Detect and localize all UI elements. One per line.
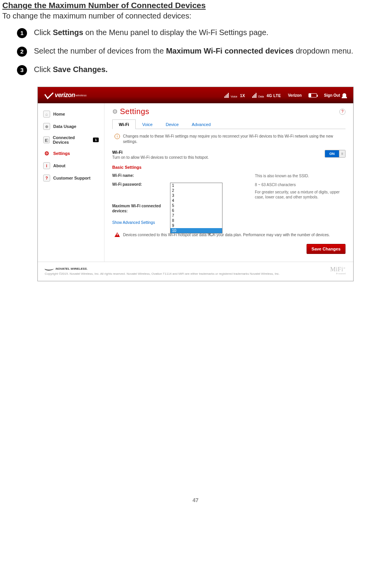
- sidebar-item-customer-support[interactable]: ? Customer Support: [41, 172, 101, 184]
- basic-settings-heading: Basic Settings: [112, 165, 345, 170]
- dropdown-option[interactable]: 8: [170, 218, 222, 223]
- help-icon: ?: [43, 175, 50, 181]
- dropdown-option[interactable]: 1: [170, 183, 222, 188]
- page-help-icon[interactable]: ?: [339, 109, 345, 115]
- wifi-password-help2: For greater security, use a mixture of d…: [255, 190, 345, 200]
- dropdown-option[interactable]: 9: [170, 223, 222, 228]
- info-icon: i: [43, 162, 50, 169]
- step-1: 1 Click Settings on the Menu panel to di…: [17, 27, 389, 38]
- mifi-text: MiFi: [330, 266, 343, 272]
- mifi-logo: MiFi® Powered: [330, 266, 345, 275]
- sidebar-item-label: Data Usage: [53, 124, 76, 129]
- step-2: 2 Select the number of devices from the …: [17, 46, 389, 57]
- signal-bars-icon: [224, 93, 229, 98]
- step3-bold: Save Changes.: [53, 65, 108, 74]
- devices-icon: ◧: [43, 136, 50, 143]
- wifi-name-help: This is also known as the SSID.: [243, 173, 345, 178]
- step-3: 3 Click Save Changes.: [17, 64, 389, 75]
- warning-text: Devices connected to this Wi-Fi hotspot …: [123, 232, 330, 238]
- person-icon: [342, 93, 346, 97]
- carrier-name: Verizon: [288, 93, 302, 97]
- step-number-icon: 3: [17, 65, 27, 75]
- steps-list: 1 Click Settings on the Menu panel to di…: [2, 27, 389, 75]
- voice-net: 1X: [240, 94, 245, 98]
- tab-wifi[interactable]: Wi-Fi: [112, 119, 136, 129]
- step2-pre: Select the number of devices from the: [34, 47, 166, 55]
- sidebar-item-label: About: [53, 163, 66, 168]
- wifi-password-label: Wi-Fi password:: [112, 182, 170, 186]
- tab-device[interactable]: Device: [159, 119, 185, 129]
- wifi-name-label: Wi-Fi name:: [112, 173, 170, 178]
- sidebar-item-settings[interactable]: ⚙ Settings: [41, 147, 101, 160]
- top-bar: verizon wireless Voice 1X Data 4G: [38, 87, 353, 103]
- data-net: 4G LTE: [266, 94, 281, 98]
- step1-pre: Click: [34, 28, 53, 37]
- dropdown-option[interactable]: 5: [170, 203, 222, 208]
- dropdown-option[interactable]: 3: [170, 193, 222, 198]
- tab-advanced[interactable]: Advanced: [185, 119, 217, 129]
- sidebar-item-data-usage[interactable]: ⊕ Data Usage: [41, 120, 101, 133]
- novatel-brand-text: NOVATEL WIRELESS.: [56, 267, 88, 270]
- step2-bold: Maximum Wi-Fi connected devices: [166, 47, 293, 55]
- wifi-toggle[interactable]: ON II: [325, 150, 345, 158]
- step1-bold: Settings: [53, 28, 83, 37]
- signal-bars-icon: [252, 93, 256, 98]
- dropdown-option[interactable]: 2: [170, 188, 222, 193]
- dropdown-option[interactable]: 6: [170, 208, 222, 213]
- sign-out-label: Sign Out: [324, 93, 340, 97]
- step2-post: dropdown menu.: [293, 47, 353, 55]
- gear-icon: ⚙: [43, 150, 50, 157]
- page-title: ⚙ Settings: [112, 107, 345, 116]
- page-title-text: Settings: [120, 107, 149, 116]
- screenshot-frame: verizon wireless Voice 1X Data 4G: [37, 87, 354, 281]
- sidebar-item-home[interactable]: ⌂ Home: [41, 108, 101, 120]
- step-number-icon: 2: [17, 47, 27, 57]
- warning-icon: [115, 232, 120, 237]
- tabs: Wi-Fi Voice Device Advanced: [112, 119, 345, 129]
- wifi-sub: Turn on to allow Wi-Fi devices to connec…: [112, 155, 209, 160]
- sidebar-item-label: Customer Support: [53, 176, 91, 180]
- step-number-icon: 1: [17, 28, 27, 38]
- sign-out-link[interactable]: Sign Out: [324, 93, 346, 97]
- mifi-powered: Powered: [330, 272, 345, 275]
- sidebar-item-label: Settings: [53, 151, 70, 156]
- brand-sub: wireless: [76, 94, 87, 97]
- voice-label: Voice: [231, 95, 237, 98]
- sidebar-item-label: Home: [53, 112, 65, 116]
- doc-subtitle: To change the maximum number of connecte…: [2, 12, 389, 20]
- data-label: Data: [258, 95, 264, 98]
- sidebar-item-connected-devices[interactable]: ◧ Connected Devices 1: [41, 133, 101, 147]
- copyright-text: Copyright ©2015. Novatel Wireless, Inc. …: [45, 272, 280, 276]
- step1-post: on the Menu panel to display the Wi-Fi S…: [83, 28, 268, 37]
- brand-text: verizon: [55, 92, 75, 99]
- dropdown-option-selected[interactable]: 10: [170, 228, 222, 233]
- verizon-logo: verizon wireless: [45, 92, 86, 99]
- info-banner: i Changes made to these Wi-Fi settings m…: [112, 134, 345, 144]
- voice-signal: Voice 1X: [224, 93, 245, 98]
- sidebar-item-about[interactable]: i About: [41, 160, 101, 172]
- save-changes-button[interactable]: Save Changes: [307, 244, 345, 254]
- tab-voice[interactable]: Voice: [136, 119, 159, 129]
- main-content: ? ⚙ Settings Wi-Fi Voice Device Advanced…: [104, 103, 353, 262]
- max-devices-dropdown[interactable]: 1 2 3 4 5 6 7 8 9 10: [170, 183, 222, 234]
- gear-icon: ⚙: [112, 108, 118, 115]
- sidebar-item-label: Connected Devices: [53, 135, 90, 144]
- dropdown-option[interactable]: 4: [170, 198, 222, 203]
- novatel-logo: NOVATEL WIRELESS.: [45, 267, 280, 270]
- toggle-on-label: ON: [325, 150, 339, 157]
- dropdown-option[interactable]: 7: [170, 213, 222, 218]
- registered-mark: ®: [343, 267, 345, 270]
- wifi-heading: Wi-Fi: [112, 150, 209, 155]
- swoosh-icon: [44, 267, 55, 270]
- home-icon: ⌂: [43, 111, 50, 118]
- wifi-password-help1: 8 ~ 63 ASCII characters: [255, 182, 345, 187]
- info-icon: i: [115, 134, 120, 139]
- data-signal: Data 4G LTE: [252, 93, 281, 98]
- sidebar: ⌂ Home ⊕ Data Usage ◧ Connected Devices …: [38, 103, 104, 262]
- show-advanced-link[interactable]: Show Advanced Settings: [112, 220, 345, 225]
- verizon-check-icon: [44, 89, 54, 99]
- globe-icon: ⊕: [43, 123, 50, 130]
- doc-title: Change the Maximum Number of Connected D…: [2, 1, 389, 10]
- battery-icon: [308, 93, 317, 97]
- page-number: 47: [2, 497, 389, 503]
